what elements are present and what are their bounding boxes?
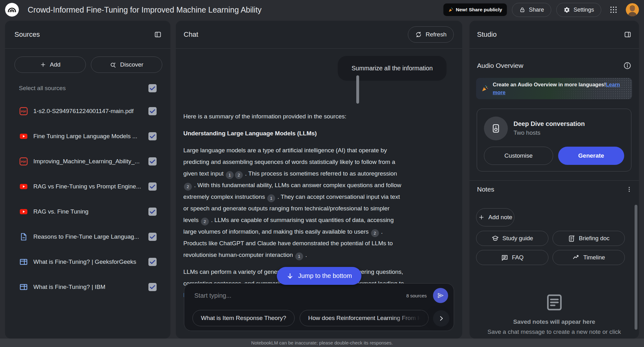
study-guide-chip[interactable]: Study guide xyxy=(476,231,548,246)
party-popper-icon xyxy=(481,85,489,92)
source-checkbox[interactable] xyxy=(148,182,157,191)
faq-chip[interactable]: FAQ xyxy=(476,250,548,265)
source-row[interactable]: PDFImproving_Machine_Learning_Ability_..… xyxy=(5,149,170,174)
sources-title: Sources xyxy=(14,30,40,39)
arrow-down-icon xyxy=(286,272,294,280)
citation-chip[interactable]: 1 xyxy=(226,171,234,179)
source-row[interactable]: RAG vs Fine-Tuning vs Prompt Engine... xyxy=(5,174,170,199)
chevron-right-icon xyxy=(438,315,445,322)
web-source-icon xyxy=(19,258,28,266)
collapse-panel-left-icon[interactable] xyxy=(154,31,162,38)
note-chip-label: Timeline xyxy=(583,254,605,261)
share-publicly-label: New! Share publicly xyxy=(456,7,502,13)
app-header: Crowd-Informed Fine-Tuning for Improved … xyxy=(0,0,644,19)
banner-message: Create an Audio Overview in more languag… xyxy=(493,82,606,87)
share-publicly-badge[interactable]: New! Share publicly xyxy=(443,3,507,16)
source-row[interactable]: What is Fine-Tuning? | GeeksforGeeks xyxy=(5,249,170,274)
source-checkbox[interactable] xyxy=(148,157,157,165)
select-all-checkbox[interactable] xyxy=(148,84,157,92)
collapse-panel-right-icon[interactable] xyxy=(624,31,631,38)
more-options-icon[interactable] xyxy=(626,186,633,193)
share-label: Share xyxy=(529,7,544,13)
jump-to-bottom-button[interactable]: Jump to the bottom xyxy=(277,267,361,285)
timeline-chip[interactable]: Timeline xyxy=(552,250,625,265)
notes-document-icon xyxy=(545,293,564,312)
source-checkbox[interactable] xyxy=(148,208,157,216)
citation-chip[interactable]: 2 xyxy=(235,171,243,179)
chat-panel-header: Chat Refresh xyxy=(176,21,462,49)
briefing-doc-icon xyxy=(568,235,575,242)
source-row[interactable]: Fine Tuning Large Language Models ... xyxy=(5,124,170,149)
studio-panel: Studio Audio Overview Create an Audio Ov… xyxy=(469,21,639,339)
sources-actions: Add Discover xyxy=(14,57,162,73)
settings-button[interactable]: Settings xyxy=(556,3,601,17)
chat-input-row: 8 sources xyxy=(184,284,454,306)
audio-languages-banner: Create an Audio Overview in more languag… xyxy=(476,78,632,99)
source-label: Reasons to Fine-Tune Large Languag... xyxy=(33,233,148,240)
source-checkbox[interactable] xyxy=(148,283,157,291)
apps-grid-icon[interactable] xyxy=(609,6,618,14)
briefing-doc-chip[interactable]: Briefing doc xyxy=(552,231,625,246)
more-suggestions-button[interactable] xyxy=(433,310,449,327)
add-note-button[interactable]: Add note xyxy=(476,208,514,226)
note-actions-grid: Study guideBriefing docFAQTimeline xyxy=(476,231,625,265)
select-all-row: Select all sources xyxy=(19,84,157,92)
avatar[interactable] xyxy=(626,3,639,16)
send-button[interactable] xyxy=(433,288,448,303)
plus-icon xyxy=(478,214,485,220)
citation-chip[interactable]: 2 xyxy=(184,183,192,191)
source-label: RAG vs. Fine Tuning xyxy=(33,208,148,215)
deep-dive-card: Deep Dive conversation Two hosts Customi… xyxy=(477,109,631,171)
svg-text:PDF: PDF xyxy=(21,160,26,163)
citation-chip[interactable]: 2 xyxy=(201,218,209,225)
source-checkbox[interactable] xyxy=(148,233,157,241)
add-source-button[interactable]: Add xyxy=(14,57,86,73)
citation-chip[interactable]: 1 xyxy=(295,252,303,260)
select-all-label: Select all sources xyxy=(19,85,66,92)
timeline-icon xyxy=(572,254,580,261)
speaker-icon xyxy=(484,117,508,140)
source-checkbox[interactable] xyxy=(148,258,157,266)
generate-button[interactable]: Generate xyxy=(558,147,624,165)
plus-icon xyxy=(40,62,46,68)
doc-source-icon xyxy=(19,232,28,241)
youtube-source-icon xyxy=(19,207,28,216)
faq-icon xyxy=(501,254,508,261)
citation-chip[interactable]: 1 xyxy=(267,194,275,202)
refresh-button[interactable]: Refresh xyxy=(408,26,454,43)
refresh-label: Refresh xyxy=(425,31,447,38)
deep-dive-info: Deep Dive conversation Two hosts xyxy=(484,117,624,140)
citation-chip[interactable]: 2 xyxy=(371,229,379,237)
sources-panel: Sources Add Discover Select all sources xyxy=(5,21,170,339)
discover-sources-button[interactable]: Discover xyxy=(91,57,162,73)
source-row[interactable]: What is Fine-Tuning? | IBM xyxy=(5,274,170,300)
notebooklm-app: Crowd-Informed Fine-Tuning for Improved … xyxy=(0,0,644,347)
user-message-bubble: Summarize all the information xyxy=(338,56,447,81)
notebooklm-logo-icon[interactable] xyxy=(5,3,19,17)
note-chip-label: Briefing doc xyxy=(579,235,610,242)
suggestion-chip[interactable]: How does Reinforcement Learning From Hum… xyxy=(300,310,429,326)
notes-empty-title: Saved notes will appear here xyxy=(513,318,595,325)
studio-scrollbar-thumb[interactable] xyxy=(635,205,637,330)
info-icon[interactable] xyxy=(623,62,631,70)
chat-paragraph: Large language models are a type of arti… xyxy=(183,144,405,261)
deep-dive-subtitle: Two hosts xyxy=(514,129,585,136)
customise-button[interactable]: Customise xyxy=(484,147,553,165)
source-label: Improving_Machine_Learning_Ability_... xyxy=(33,158,148,165)
source-row[interactable]: Reasons to Fine-Tune Large Languag... xyxy=(5,224,170,249)
chat-body: Summarize all the information Here is a … xyxy=(176,48,462,339)
jump-to-bottom-label: Jump to the bottom xyxy=(298,272,352,279)
chat-input[interactable] xyxy=(194,292,402,300)
suggestion-chip[interactable]: What is Item Response Theory? xyxy=(192,310,295,326)
studio-divider xyxy=(469,180,639,181)
source-row[interactable]: RAG vs. Fine Tuning xyxy=(5,199,170,224)
source-row[interactable]: PDF1-s2.0-S2949761224001147-main.pdf xyxy=(5,99,170,124)
deep-dive-title: Deep Dive conversation xyxy=(514,120,585,127)
add-note-label: Add note xyxy=(488,214,512,221)
source-checkbox[interactable] xyxy=(148,107,157,115)
source-checkbox[interactable] xyxy=(148,132,157,140)
chat-scrollbar-thumb[interactable] xyxy=(356,75,359,104)
send-icon xyxy=(437,292,444,299)
share-button[interactable]: Share xyxy=(512,3,551,17)
chat-title: Chat xyxy=(184,30,198,39)
